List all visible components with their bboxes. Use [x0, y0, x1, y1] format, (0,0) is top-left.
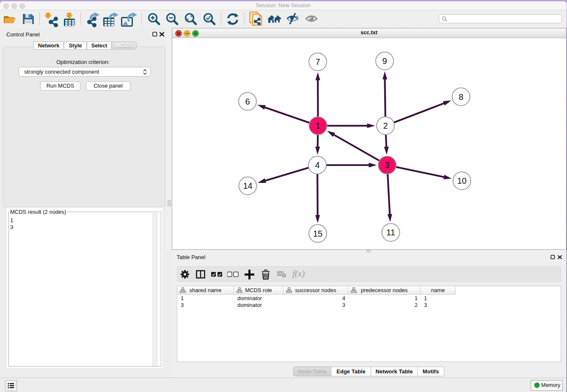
svg-text:15: 15: [313, 229, 322, 238]
svg-text:3: 3: [385, 160, 389, 170]
svg-text:9: 9: [382, 56, 387, 66]
svg-text:8: 8: [458, 92, 463, 101]
svg-text:4: 4: [315, 160, 319, 170]
svg-text:6: 6: [245, 97, 250, 106]
svg-text:1: 1: [315, 121, 320, 130]
svg-text:10: 10: [457, 176, 466, 185]
svg-text:14: 14: [243, 181, 252, 190]
svg-text:7: 7: [315, 57, 320, 66]
svg-text:2: 2: [383, 121, 388, 130]
svg-text:11: 11: [386, 228, 395, 237]
